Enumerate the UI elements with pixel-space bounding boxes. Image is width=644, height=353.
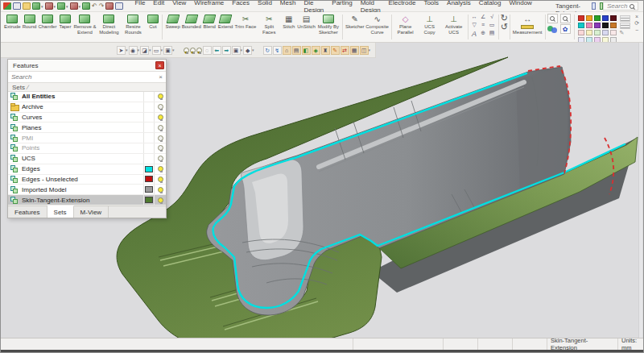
zoom-window-icon[interactable]: [560, 14, 571, 23]
taper-button[interactable]: Taper: [57, 14, 72, 30]
list-item[interactable]: All Entities: [8, 92, 166, 102]
color-swatch[interactable]: [145, 186, 153, 193]
list-item[interactable]: PMI: [8, 133, 166, 143]
geometry-filter-icon[interactable]: ◪: [140, 46, 149, 55]
color-swatch[interactable]: [594, 30, 601, 35]
color-swatch[interactable]: [594, 37, 601, 43]
resize-rounds-button[interactable]: Resize Rounds: [121, 14, 145, 35]
chevron-down-icon[interactable]: ▾: [41, 4, 43, 9]
direct-modeling-button[interactable]: Direct Modeling: [97, 14, 121, 35]
measurement-button[interactable]: ↔ Measurement: [512, 14, 543, 35]
command-search[interactable]: Search: [603, 2, 638, 10]
import-icon[interactable]: [45, 2, 53, 10]
grid-icon[interactable]: ▦: [350, 46, 359, 55]
undo-icon[interactable]: ↶: [92, 2, 97, 10]
export-icon[interactable]: [57, 2, 65, 10]
check-icon[interactable]: √: [488, 14, 497, 22]
color-swatch[interactable]: [610, 15, 617, 21]
tab-m-view[interactable]: M-View: [74, 206, 109, 218]
note-icon[interactable]: ≡: [479, 22, 488, 30]
tools-icon[interactable]: [82, 2, 90, 10]
view-shaded-icon[interactable]: ◧: [302, 46, 311, 55]
chamfer-button[interactable]: Chamfer: [37, 14, 57, 30]
color-swatch[interactable]: [586, 23, 592, 28]
refresh-icon[interactable]: ⟳: [634, 20, 639, 27]
isolate-bulb-icon[interactable]: ●: [196, 48, 202, 53]
recent-icon[interactable]: [70, 2, 78, 10]
box-select-icon[interactable]: ▭: [152, 46, 161, 55]
visibility-bulb-icon[interactable]: [158, 197, 163, 203]
color-swatch[interactable]: [578, 30, 584, 35]
save-icon[interactable]: [13, 2, 21, 10]
list-item[interactable]: Edges - Unselected: [8, 175, 166, 185]
window-layout-icon[interactable]: [115, 2, 123, 10]
dim-icon[interactable]: ◌: [203, 46, 212, 55]
color-swatch[interactable]: [602, 30, 609, 35]
frame-icon[interactable]: ▭: [488, 22, 497, 30]
composite-curve-button[interactable]: ∿Composite Curve: [365, 14, 390, 35]
color-swatch[interactable]: [578, 23, 584, 28]
dimension-icon[interactable]: ↔: [470, 14, 479, 22]
clear-search-icon[interactable]: ×: [159, 73, 163, 81]
extrude-button[interactable]: Extrude: [3, 14, 22, 30]
viewport-scrollbar[interactable]: [638, 43, 642, 338]
color-swatch[interactable]: [594, 15, 601, 21]
datum-icon[interactable]: ⊕: [479, 30, 488, 38]
color-swatch[interactable]: [578, 37, 584, 43]
color-swatch[interactable]: [594, 23, 601, 28]
rotate-ccw-icon[interactable]: ↺: [501, 23, 508, 31]
extend-button[interactable]: Extend: [217, 14, 234, 30]
round-button[interactable]: Round: [22, 14, 38, 30]
color-swatch[interactable]: [145, 176, 153, 182]
color-swatch[interactable]: [578, 15, 584, 21]
close-ribbon-icon[interactable]: ×: [635, 14, 638, 19]
sketcher-button[interactable]: ✎Sketcher: [345, 14, 365, 30]
open-icon[interactable]: [23, 2, 31, 10]
zoom-in-icon[interactable]: [547, 14, 558, 23]
eyedropper-icon[interactable]: ✎: [620, 30, 630, 36]
chevron-down-icon[interactable]: ▾: [54, 4, 56, 9]
visibility-bulb-icon[interactable]: [158, 125, 163, 131]
visibility-bulb-icon[interactable]: [158, 156, 163, 161]
trim-face-button[interactable]: ✂Trim Face: [233, 14, 257, 30]
pick-filter-icon[interactable]: ◉: [129, 46, 138, 55]
list-item[interactable]: Edges: [8, 164, 166, 175]
color-swatch[interactable]: [610, 23, 617, 28]
view-hidden-icon[interactable]: ♜: [321, 46, 330, 55]
compare-icon[interactable]: ⇄: [341, 46, 349, 55]
panel-search-input[interactable]: [11, 73, 156, 81]
chevron-down-icon[interactable]: ▾: [66, 4, 68, 9]
layer-filter-icon[interactable]: ▣: [163, 46, 172, 55]
view-front-icon[interactable]: ▤: [292, 46, 301, 55]
redo-icon[interactable]: ↷: [99, 2, 105, 10]
visibility-bulb-icon[interactable]: [158, 187, 163, 193]
next-view-icon[interactable]: ➡: [222, 46, 231, 55]
sets-column-header[interactable]: Sets∕: [8, 83, 166, 92]
prev-view-icon[interactable]: ⬅: [213, 46, 221, 55]
color-swatch[interactable]: [610, 37, 617, 43]
color-swatch[interactable]: [602, 15, 609, 21]
visibility-bulb-icon[interactable]: [158, 114, 163, 120]
list-item[interactable]: Imported Model: [8, 185, 166, 195]
shaded-view-icon[interactable]: [547, 24, 558, 34]
tab-sets[interactable]: Sets: [47, 206, 74, 218]
color-swatch[interactable]: [145, 166, 153, 172]
list-item[interactable]: Curves: [8, 113, 166, 123]
color-swatch[interactable]: [145, 197, 153, 203]
visibility-bulb-icon[interactable]: [158, 145, 163, 151]
visibility-bulb-icon[interactable]: [158, 166, 163, 172]
sweep-button[interactable]: Sweep: [164, 14, 180, 30]
list-item[interactable]: Points: [8, 143, 166, 154]
unstitch-button[interactable]: ▤UnStitch: [296, 14, 316, 30]
hatch-pattern-icon[interactable]: [620, 23, 630, 29]
render-mode-icon[interactable]: ✿: [560, 24, 571, 34]
color-swatch[interactable]: [610, 30, 617, 35]
view-iso-icon[interactable]: ⌂: [283, 46, 291, 55]
view-wire-icon[interactable]: ◈: [312, 46, 320, 55]
color-swatch[interactable]: [602, 37, 609, 43]
app-icon[interactable]: [3, 2, 11, 10]
leader-icon[interactable]: ▽: [470, 22, 479, 30]
viewport-config-icon[interactable]: ◫: [360, 46, 369, 55]
visibility-bulb-icon[interactable]: [158, 135, 163, 141]
angle-dimension-icon[interactable]: ∠: [479, 14, 488, 22]
